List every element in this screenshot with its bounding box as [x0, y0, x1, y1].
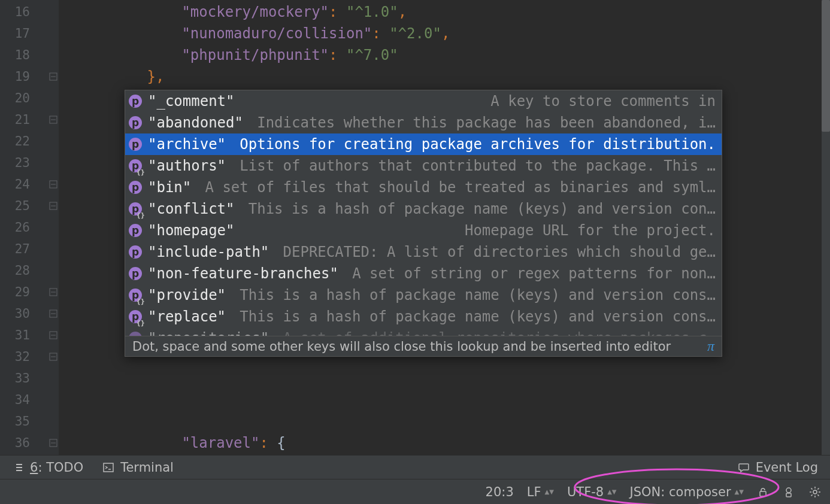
- gutter-line[interactable]: 18: [0, 44, 59, 66]
- gutter-line[interactable]: 23: [0, 152, 59, 174]
- scrollbar-track[interactable]: [822, 0, 830, 455]
- gutter: 1617181920212223242526272829303132333435…: [0, 0, 59, 455]
- completion-item[interactable]: p"replace"This is a hash of package name…: [125, 306, 722, 327]
- completion-item-desc: A set of additional repositories where p…: [283, 330, 716, 336]
- encoding-selector[interactable]: UTF-8 ▲▼: [567, 485, 617, 499]
- pi-icon[interactable]: π: [707, 338, 714, 354]
- todo-toolwindow-button[interactable]: 6: TODO: [12, 460, 83, 475]
- property-icon: p: [129, 245, 142, 259]
- property-icon: p: [129, 116, 142, 129]
- editor-area: 1617181920212223242526272829303132333435…: [0, 0, 830, 455]
- fold-icon[interactable]: [49, 116, 57, 124]
- toolwindow-bar: 6: TODO Terminal Event Log: [0, 455, 830, 479]
- terminal-label: Terminal: [120, 460, 174, 475]
- fold-icon[interactable]: [49, 331, 57, 339]
- completion-item[interactable]: p"_comment"A key to store comments in: [125, 90, 722, 112]
- completion-list[interactable]: p"_comment"A key to store comments inp"a…: [125, 90, 722, 336]
- property-icon: p: [129, 95, 142, 108]
- gutter-line[interactable]: 20: [0, 87, 59, 109]
- gutter-line[interactable]: 27: [0, 238, 59, 260]
- completion-item-label: "include-path": [148, 244, 269, 260]
- code-line[interactable]: "laravel": {: [59, 432, 830, 454]
- completion-item[interactable]: p"include-path"DEPRECATED: A list of dir…: [125, 241, 722, 263]
- completion-item[interactable]: p"repositories"A set of additional repos…: [125, 327, 722, 336]
- sort-icon: ▲▼: [735, 490, 744, 494]
- completion-item[interactable]: p"non-feature-branches"A set of string o…: [125, 263, 722, 284]
- gutter-line[interactable]: 28: [0, 260, 59, 281]
- gutter-line[interactable]: 32: [0, 346, 59, 368]
- code-line[interactable]: [59, 411, 830, 432]
- fold-icon[interactable]: [49, 439, 57, 447]
- completion-item[interactable]: p"homepage"Homepage URL for the project.: [125, 220, 722, 241]
- eventlog-toolwindow-button[interactable]: Event Log: [738, 460, 818, 475]
- fold-icon[interactable]: [49, 180, 57, 189]
- scrollbar-thumb[interactable]: [822, 0, 830, 132]
- inspector-icon[interactable]: [782, 485, 795, 499]
- gutter-line[interactable]: 16: [0, 1, 59, 23]
- encoding-text: UTF-8: [567, 485, 604, 499]
- gutter-line[interactable]: 34: [0, 389, 59, 411]
- terminal-toolwindow-button[interactable]: Terminal: [102, 460, 174, 475]
- gutter-line[interactable]: 35: [0, 411, 59, 432]
- completion-item-label: "provide": [148, 287, 226, 303]
- completion-popup: p"_comment"A key to store comments inp"a…: [125, 90, 722, 357]
- gutter-line[interactable]: 25: [0, 195, 59, 217]
- completion-item-desc: Indicates whether this package has been …: [257, 114, 716, 131]
- gutter-line[interactable]: 24: [0, 174, 59, 195]
- property-icon: p: [129, 267, 142, 280]
- code-line[interactable]: "mockery/mockery": "^1.0",: [59, 1, 830, 23]
- completion-item-label: "authors": [148, 157, 226, 174]
- property-icon: p: [129, 332, 142, 336]
- code-line[interactable]: "nunomaduro/collision": "^2.0",: [59, 23, 830, 44]
- svg-line-43: [817, 488, 819, 489]
- completion-hint-bar: Dot, space and some other keys will also…: [125, 336, 722, 356]
- language-selector[interactable]: JSON: composer ▲▼: [630, 485, 744, 499]
- terminal-icon: [102, 462, 114, 473]
- code-line[interactable]: [59, 389, 830, 411]
- speech-bubble-icon: [738, 462, 750, 473]
- line-ending-selector[interactable]: LF ▲▼: [527, 485, 554, 499]
- sort-icon: ▲▼: [607, 490, 616, 494]
- completion-item-label: "repositories": [148, 330, 269, 336]
- completion-item[interactable]: p"bin"A set of files that should be trea…: [125, 177, 722, 198]
- fold-icon[interactable]: [49, 202, 57, 210]
- fold-icon[interactable]: [49, 288, 57, 296]
- svg-rect-30: [104, 463, 113, 472]
- fold-icon[interactable]: [49, 309, 57, 318]
- gutter-line[interactable]: 22: [0, 130, 59, 152]
- gutter-line[interactable]: 21: [0, 109, 59, 130]
- gutter-line[interactable]: 31: [0, 324, 59, 346]
- completion-item-desc: A set of files that should be treated as…: [205, 179, 716, 196]
- completion-item-desc: Homepage URL for the project.: [465, 222, 716, 239]
- list-icon: [12, 462, 24, 473]
- property-icon: p: [129, 159, 142, 172]
- property-icon: p: [129, 181, 142, 194]
- gutter-line[interactable]: 29: [0, 281, 59, 303]
- completion-item-desc: List of authors that contributed to the …: [240, 157, 716, 174]
- settings-icon[interactable]: [808, 485, 822, 499]
- code-area[interactable]: "mockery/mockery": "^1.0", "nunomaduro/c…: [59, 0, 830, 455]
- fold-icon[interactable]: [49, 72, 57, 81]
- caret-position[interactable]: 20:3: [486, 485, 514, 499]
- gutter-line[interactable]: 36: [0, 432, 59, 454]
- gutter-line[interactable]: 26: [0, 217, 59, 238]
- completion-item[interactable]: p"conflict"This is a hash of package nam…: [125, 198, 722, 220]
- code-line[interactable]: },: [59, 66, 830, 87]
- code-line[interactable]: [59, 368, 830, 389]
- todo-accel: 6: [30, 460, 38, 475]
- code-line[interactable]: "phpunit/phpunit": "^7.0": [59, 44, 830, 66]
- gutter-line[interactable]: 17: [0, 23, 59, 44]
- gutter-line[interactable]: 30: [0, 303, 59, 324]
- completion-item-label: "bin": [148, 179, 191, 196]
- gutter-line[interactable]: 33: [0, 368, 59, 389]
- completion-item[interactable]: p"provide"This is a hash of package name…: [125, 284, 722, 306]
- completion-item[interactable]: p"abandoned"Indicates whether this packa…: [125, 112, 722, 133]
- gutter-line[interactable]: 19: [0, 66, 59, 87]
- completion-item[interactable]: p"authors"List of authors that contribut…: [125, 155, 722, 177]
- svg-line-40: [811, 488, 813, 489]
- completion-item[interactable]: p"archive"Options for creating package a…: [125, 133, 722, 155]
- fold-icon[interactable]: [49, 353, 57, 361]
- lock-icon[interactable]: [757, 486, 769, 498]
- property-icon: p: [129, 138, 142, 151]
- completion-item-desc: This is a hash of package name (keys) an…: [249, 201, 716, 217]
